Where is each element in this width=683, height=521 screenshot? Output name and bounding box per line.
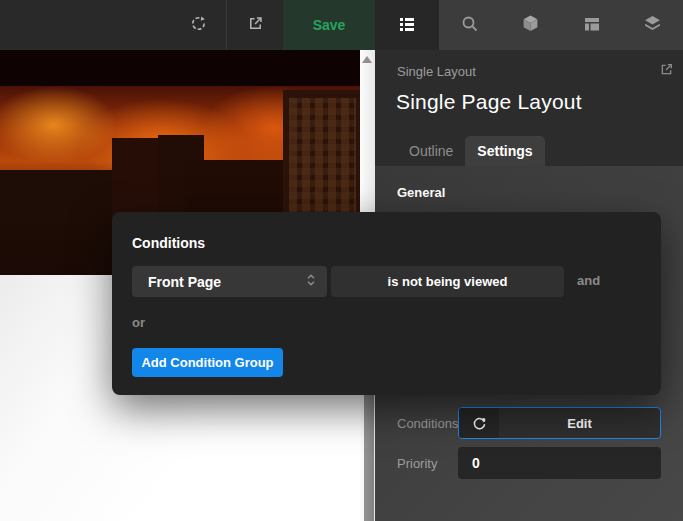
open-layout-button[interactable] <box>659 62 674 80</box>
scroll-up-arrow-icon[interactable] <box>362 56 372 63</box>
layers-icon <box>643 14 662 36</box>
layout-button[interactable] <box>561 0 622 50</box>
top-toolbar: Save <box>0 0 683 50</box>
priority-label: Priority <box>397 456 437 471</box>
elements-button[interactable] <box>500 0 561 50</box>
tab-settings[interactable]: Settings <box>465 136 544 166</box>
edit-button-label: Edit <box>499 408 660 438</box>
scrollbar-thumb[interactable] <box>364 395 374 521</box>
condition-select-value: Front Page <box>148 274 221 290</box>
add-condition-group-button[interactable]: Add Condition Group <box>132 348 283 377</box>
external-link-icon <box>659 62 674 80</box>
breadcrumb: Single Layout <box>397 64 476 79</box>
priority-input[interactable] <box>458 447 661 479</box>
conditions-popover: Conditions Front Page is not being viewe… <box>112 212 661 395</box>
layers-button[interactable] <box>622 0 683 50</box>
page-title: Single Page Layout <box>396 90 582 114</box>
condition-type-select[interactable]: Front Page <box>132 266 327 297</box>
toolbar-right <box>375 0 683 50</box>
layout-icon <box>583 15 601 36</box>
export-icon <box>247 15 264 35</box>
panel-tabs: Outline Settings <box>397 136 545 166</box>
app-root: Save <box>0 0 683 521</box>
or-label: or <box>132 315 145 330</box>
reload-icon <box>189 14 208 36</box>
toolbar-spacer <box>0 0 170 50</box>
refresh-dot-icon <box>459 408 499 438</box>
breadcrumb-row: Single Layout <box>397 62 674 80</box>
search-button[interactable] <box>439 0 500 50</box>
export-button[interactable] <box>227 0 283 50</box>
panel-header: Single Layout Single Page Layout Outline… <box>375 50 683 166</box>
conditions-label: Conditions <box>397 416 458 431</box>
reload-button[interactable] <box>170 0 226 50</box>
search-icon <box>461 15 479 36</box>
list-icon <box>398 15 416 36</box>
and-label: and <box>577 273 600 288</box>
layout-list-tab[interactable] <box>375 0 439 50</box>
popover-title: Conditions <box>132 235 205 251</box>
toolbar-left: Save <box>0 0 375 50</box>
condition-state-button[interactable]: is not being viewed <box>331 266 564 297</box>
save-button[interactable]: Save <box>283 0 375 50</box>
hero-top-strip <box>0 50 360 86</box>
conditions-edit-button[interactable]: Edit <box>458 407 661 439</box>
tab-outline[interactable]: Outline <box>397 136 465 166</box>
cube-icon <box>521 14 540 36</box>
section-header-general: General <box>397 185 445 200</box>
chevron-updown-icon <box>305 273 317 290</box>
